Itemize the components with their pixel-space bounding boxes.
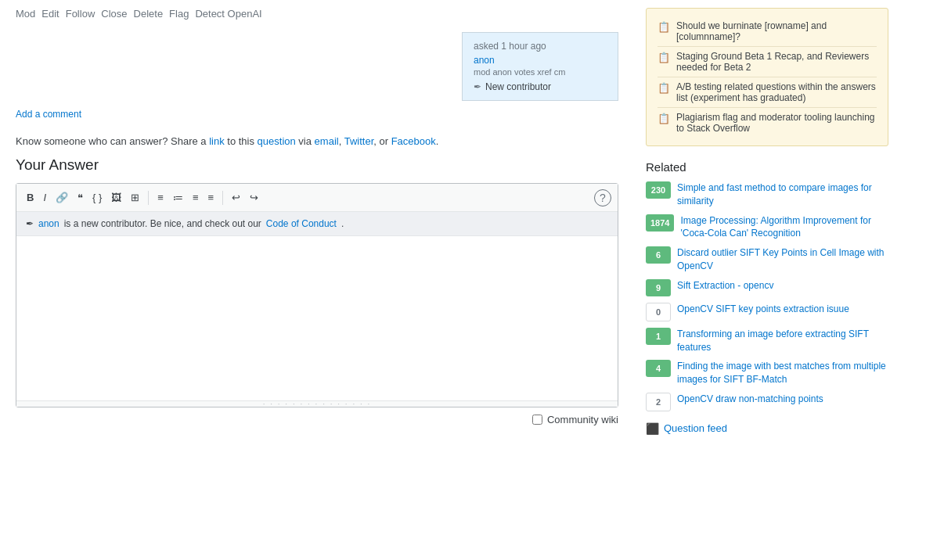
- link-button[interactable]: 🔗: [52, 188, 72, 206]
- asked-box: asked 1 hour ago anon mod anon votes xre…: [462, 32, 618, 101]
- meta-list-item: 📋Should we burninate [rowname] and [colu…: [658, 16, 877, 47]
- meta-list-item: 📋A/B testing related questions within th…: [658, 77, 877, 108]
- sidebar: 📋Should we burninate [rowname] and [colu…: [634, 0, 900, 560]
- notice-user: anon: [38, 218, 59, 229]
- share-or-text: , or: [373, 135, 391, 147]
- flag-link[interactable]: Flag: [169, 8, 189, 20]
- score-badge: 230: [646, 181, 671, 199]
- twitter-link[interactable]: Twitter: [344, 135, 374, 147]
- meta-icon: 📋: [658, 82, 670, 94]
- redo-button[interactable]: ↪: [246, 188, 262, 206]
- related-item: 1874 Image Processing: Algorithm Improve…: [646, 214, 888, 241]
- close-link[interactable]: Close: [101, 8, 127, 20]
- share-text-middle: to this: [225, 135, 258, 147]
- follow-link[interactable]: Follow: [66, 8, 95, 20]
- bold-button[interactable]: B: [23, 188, 38, 206]
- meta-list-item: 📋Staging Ground Beta 1 Recap, and Review…: [658, 47, 877, 77]
- related-item: 0 OpenCV SIFT key points extraction isuu…: [646, 303, 888, 321]
- detect-openai-link[interactable]: Detect OpenAI: [195, 8, 261, 20]
- align-left-button[interactable]: ≡: [189, 188, 203, 206]
- related-link[interactable]: Sift Extraction - opencv: [677, 279, 773, 293]
- editor-toolbar: B I 🔗 ❝ { } 🖼 ⊞ ≡ ≔ ≡ ≡ ↩ ↪ ?: [16, 184, 618, 212]
- meta-item-link[interactable]: A/B testing related questions within the…: [676, 81, 877, 103]
- related-item: 9 Sift Extraction - opencv: [646, 279, 888, 296]
- meta-list: 📋Should we burninate [rowname] and [colu…: [658, 16, 877, 138]
- user-meta: mod anon votes xref cm: [474, 67, 607, 77]
- related-link[interactable]: Finding the image with best matches from…: [677, 360, 888, 386]
- italic-button[interactable]: I: [39, 188, 50, 206]
- meta-icon: 📋: [658, 113, 670, 124]
- score-badge: 1: [646, 328, 671, 345]
- notice-text: is a new contributor. Be nice, and check…: [64, 218, 261, 229]
- feed-icon: ⬛: [646, 422, 659, 435]
- help-button[interactable]: ?: [594, 189, 611, 206]
- question-feed-link[interactable]: Question feed: [664, 422, 727, 434]
- mod-link[interactable]: Mod: [16, 8, 35, 20]
- unordered-list-button[interactable]: ≔: [169, 188, 187, 206]
- asked-time: asked 1 hour ago: [474, 41, 607, 52]
- question-link[interactable]: question: [258, 135, 296, 147]
- community-wiki-row: Community wiki: [16, 414, 618, 425]
- related-item: 2 OpenCV draw non-matching points: [646, 393, 888, 411]
- meta-icon: 📋: [658, 52, 670, 63]
- share-section: Know someone who can answer? Share a lin…: [16, 135, 618, 147]
- action-bar: Mod Edit Follow Close Delete Flag Detect…: [16, 8, 618, 20]
- score-badge: 0: [646, 303, 671, 321]
- related-link[interactable]: Transforming an image before extracting …: [677, 328, 888, 354]
- facebook-link[interactable]: Facebook: [391, 135, 436, 147]
- related-list: 230 Simple and fast method to compare im…: [646, 181, 888, 411]
- ordered-list-button[interactable]: ≡: [153, 188, 168, 206]
- related-title: Related: [646, 160, 888, 174]
- related-link[interactable]: OpenCV SIFT key points extraction isuue: [677, 303, 849, 316]
- score-badge: 2: [646, 393, 671, 411]
- notice-bar: ✒ anon is a new contributor. Be nice, an…: [16, 212, 618, 236]
- toolbar-sep-1: [148, 191, 149, 205]
- meta-box: 📋Should we burninate [rowname] and [colu…: [646, 8, 888, 146]
- related-section: Related 230 Simple and fast method to co…: [646, 160, 888, 411]
- code-of-conduct-link[interactable]: Code of Conduct: [266, 218, 337, 229]
- related-link[interactable]: Discard outlier SIFT Key Points in Cell …: [677, 246, 888, 273]
- notice-period: .: [341, 218, 344, 229]
- share-text-before: Know someone who can answer? Share a: [16, 135, 209, 147]
- related-item: 6 Discard outlier SIFT Key Points in Cel…: [646, 246, 888, 273]
- delete-link[interactable]: Delete: [134, 8, 164, 20]
- community-wiki-label: Community wiki: [547, 414, 618, 425]
- answer-editor: B I 🔗 ❝ { } 🖼 ⊞ ≡ ≔ ≡ ≡ ↩ ↪ ? ✒ anon i: [16, 183, 618, 407]
- score-badge: 6: [646, 246, 671, 264]
- new-contributor-label: New contributor: [485, 81, 551, 92]
- code-button[interactable]: { }: [88, 188, 106, 206]
- meta-list-item: 📋Plagiarism flag and moderator tooling l…: [658, 108, 877, 138]
- score-badge: 1874: [646, 214, 674, 232]
- your-answer-heading: Your Answer: [16, 156, 618, 174]
- meta-item-link[interactable]: Plagiarism flag and moderator tooling la…: [676, 112, 877, 134]
- meta-item-link[interactable]: Should we burninate [rowname] and [colum…: [676, 20, 877, 42]
- share-comma: ,: [339, 135, 344, 147]
- user-name[interactable]: anon: [474, 55, 607, 66]
- resize-dots: · · · · · · · · · · · · · · ·: [263, 400, 372, 408]
- add-comment-link[interactable]: Add a comment: [16, 109, 618, 120]
- related-item: 4 Finding the image with best matches fr…: [646, 360, 888, 386]
- meta-icon: 📋: [658, 21, 670, 33]
- email-link[interactable]: email: [315, 135, 339, 147]
- toolbar-sep-2: [222, 191, 223, 205]
- align-right-button[interactable]: ≡: [204, 188, 218, 206]
- editor-resize-handle[interactable]: · · · · · · · · · · · · · · ·: [16, 400, 618, 407]
- table-button[interactable]: ⊞: [127, 188, 143, 206]
- question-feed-row: ⬛ Question feed: [646, 422, 888, 435]
- score-badge: 9: [646, 279, 671, 296]
- blockquote-button[interactable]: ❝: [74, 188, 87, 206]
- image-button[interactable]: 🖼: [107, 188, 125, 206]
- new-contributor-badge: ✒ New contributor: [474, 81, 607, 92]
- related-link[interactable]: OpenCV draw non-matching points: [677, 393, 823, 406]
- link-link[interactable]: link: [209, 135, 225, 147]
- related-item: 230 Simple and fast method to compare im…: [646, 181, 888, 208]
- community-wiki-checkbox[interactable]: [532, 415, 542, 425]
- score-badge: 4: [646, 360, 671, 377]
- related-link[interactable]: Image Processing: Algorithm Improvement …: [680, 214, 888, 241]
- editor-body[interactable]: [16, 236, 618, 400]
- meta-item-link[interactable]: Staging Ground Beta 1 Recap, and Reviewe…: [676, 51, 877, 73]
- edit-link[interactable]: Edit: [41, 8, 59, 20]
- share-via-text: via: [296, 135, 315, 147]
- undo-button[interactable]: ↩: [228, 188, 244, 206]
- related-link[interactable]: Simple and fast method to compare images…: [677, 181, 888, 208]
